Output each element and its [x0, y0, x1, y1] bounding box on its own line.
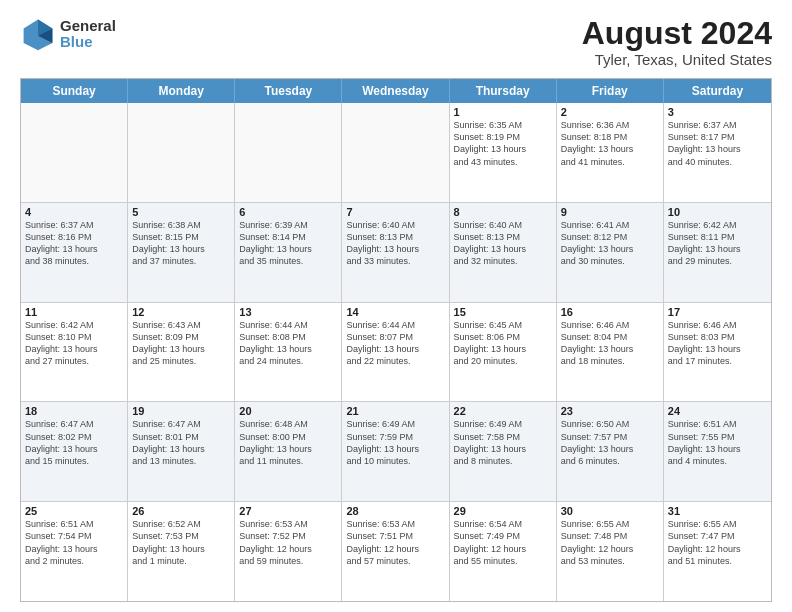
day-info: Sunrise: 6:37 AM Sunset: 8:16 PM Dayligh…	[25, 219, 123, 268]
day-number: 21	[346, 405, 444, 417]
day-info: Sunrise: 6:41 AM Sunset: 8:12 PM Dayligh…	[561, 219, 659, 268]
day-number: 14	[346, 306, 444, 318]
cal-cell	[235, 103, 342, 202]
day-info: Sunrise: 6:44 AM Sunset: 8:07 PM Dayligh…	[346, 319, 444, 368]
title-block: August 2024 Tyler, Texas, United States	[582, 16, 772, 68]
cal-cell: 18Sunrise: 6:47 AM Sunset: 8:02 PM Dayli…	[21, 402, 128, 501]
day-info: Sunrise: 6:39 AM Sunset: 8:14 PM Dayligh…	[239, 219, 337, 268]
day-number: 10	[668, 206, 767, 218]
day-info: Sunrise: 6:49 AM Sunset: 7:59 PM Dayligh…	[346, 418, 444, 467]
cal-cell: 29Sunrise: 6:54 AM Sunset: 7:49 PM Dayli…	[450, 502, 557, 601]
day-number: 23	[561, 405, 659, 417]
day-info: Sunrise: 6:42 AM Sunset: 8:10 PM Dayligh…	[25, 319, 123, 368]
cal-cell: 4Sunrise: 6:37 AM Sunset: 8:16 PM Daylig…	[21, 203, 128, 302]
day-info: Sunrise: 6:55 AM Sunset: 7:48 PM Dayligh…	[561, 518, 659, 567]
day-number: 17	[668, 306, 767, 318]
cal-cell: 24Sunrise: 6:51 AM Sunset: 7:55 PM Dayli…	[664, 402, 771, 501]
cal-cell: 30Sunrise: 6:55 AM Sunset: 7:48 PM Dayli…	[557, 502, 664, 601]
cal-cell: 8Sunrise: 6:40 AM Sunset: 8:13 PM Daylig…	[450, 203, 557, 302]
day-info: Sunrise: 6:52 AM Sunset: 7:53 PM Dayligh…	[132, 518, 230, 567]
day-number: 19	[132, 405, 230, 417]
cal-cell: 19Sunrise: 6:47 AM Sunset: 8:01 PM Dayli…	[128, 402, 235, 501]
logo-icon	[20, 16, 56, 52]
page-subtitle: Tyler, Texas, United States	[582, 51, 772, 68]
cal-cell: 25Sunrise: 6:51 AM Sunset: 7:54 PM Dayli…	[21, 502, 128, 601]
day-number: 26	[132, 505, 230, 517]
cal-cell: 16Sunrise: 6:46 AM Sunset: 8:04 PM Dayli…	[557, 303, 664, 402]
day-info: Sunrise: 6:40 AM Sunset: 8:13 PM Dayligh…	[346, 219, 444, 268]
day-info: Sunrise: 6:51 AM Sunset: 7:55 PM Dayligh…	[668, 418, 767, 467]
day-number: 24	[668, 405, 767, 417]
day-info: Sunrise: 6:50 AM Sunset: 7:57 PM Dayligh…	[561, 418, 659, 467]
cal-header-cell-thursday: Thursday	[450, 79, 557, 103]
day-number: 20	[239, 405, 337, 417]
day-number: 15	[454, 306, 552, 318]
day-info: Sunrise: 6:35 AM Sunset: 8:19 PM Dayligh…	[454, 119, 552, 168]
logo-line2: Blue	[60, 34, 116, 51]
day-number: 25	[25, 505, 123, 517]
day-number: 6	[239, 206, 337, 218]
cal-cell	[342, 103, 449, 202]
cal-header-cell-monday: Monday	[128, 79, 235, 103]
cal-header-cell-friday: Friday	[557, 79, 664, 103]
day-info: Sunrise: 6:47 AM Sunset: 8:01 PM Dayligh…	[132, 418, 230, 467]
day-number: 8	[454, 206, 552, 218]
logo-text: General Blue	[60, 18, 116, 51]
cal-cell: 23Sunrise: 6:50 AM Sunset: 7:57 PM Dayli…	[557, 402, 664, 501]
day-info: Sunrise: 6:44 AM Sunset: 8:08 PM Dayligh…	[239, 319, 337, 368]
day-number: 22	[454, 405, 552, 417]
day-info: Sunrise: 6:38 AM Sunset: 8:15 PM Dayligh…	[132, 219, 230, 268]
day-info: Sunrise: 6:42 AM Sunset: 8:11 PM Dayligh…	[668, 219, 767, 268]
cal-cell: 26Sunrise: 6:52 AM Sunset: 7:53 PM Dayli…	[128, 502, 235, 601]
day-number: 11	[25, 306, 123, 318]
day-number: 5	[132, 206, 230, 218]
day-info: Sunrise: 6:37 AM Sunset: 8:17 PM Dayligh…	[668, 119, 767, 168]
day-info: Sunrise: 6:48 AM Sunset: 8:00 PM Dayligh…	[239, 418, 337, 467]
cal-cell: 20Sunrise: 6:48 AM Sunset: 8:00 PM Dayli…	[235, 402, 342, 501]
day-info: Sunrise: 6:49 AM Sunset: 7:58 PM Dayligh…	[454, 418, 552, 467]
cal-row-5: 25Sunrise: 6:51 AM Sunset: 7:54 PM Dayli…	[21, 501, 771, 601]
day-number: 30	[561, 505, 659, 517]
cal-cell: 12Sunrise: 6:43 AM Sunset: 8:09 PM Dayli…	[128, 303, 235, 402]
day-info: Sunrise: 6:54 AM Sunset: 7:49 PM Dayligh…	[454, 518, 552, 567]
day-number: 12	[132, 306, 230, 318]
cal-cell: 17Sunrise: 6:46 AM Sunset: 8:03 PM Dayli…	[664, 303, 771, 402]
calendar: SundayMondayTuesdayWednesdayThursdayFrid…	[20, 78, 772, 602]
cal-row-3: 11Sunrise: 6:42 AM Sunset: 8:10 PM Dayli…	[21, 302, 771, 402]
cal-cell: 28Sunrise: 6:53 AM Sunset: 7:51 PM Dayli…	[342, 502, 449, 601]
day-info: Sunrise: 6:55 AM Sunset: 7:47 PM Dayligh…	[668, 518, 767, 567]
day-number: 13	[239, 306, 337, 318]
day-number: 16	[561, 306, 659, 318]
day-number: 3	[668, 106, 767, 118]
page: General Blue August 2024 Tyler, Texas, U…	[0, 0, 792, 612]
day-info: Sunrise: 6:51 AM Sunset: 7:54 PM Dayligh…	[25, 518, 123, 567]
cal-header-cell-wednesday: Wednesday	[342, 79, 449, 103]
cal-cell: 6Sunrise: 6:39 AM Sunset: 8:14 PM Daylig…	[235, 203, 342, 302]
calendar-body: 1Sunrise: 6:35 AM Sunset: 8:19 PM Daylig…	[21, 103, 771, 601]
day-number: 31	[668, 505, 767, 517]
cal-cell: 1Sunrise: 6:35 AM Sunset: 8:19 PM Daylig…	[450, 103, 557, 202]
cal-cell	[21, 103, 128, 202]
cal-header-cell-tuesday: Tuesday	[235, 79, 342, 103]
day-number: 28	[346, 505, 444, 517]
cal-cell: 21Sunrise: 6:49 AM Sunset: 7:59 PM Dayli…	[342, 402, 449, 501]
day-info: Sunrise: 6:47 AM Sunset: 8:02 PM Dayligh…	[25, 418, 123, 467]
logo-line1: General	[60, 18, 116, 35]
logo: General Blue	[20, 16, 116, 52]
day-info: Sunrise: 6:45 AM Sunset: 8:06 PM Dayligh…	[454, 319, 552, 368]
day-info: Sunrise: 6:53 AM Sunset: 7:52 PM Dayligh…	[239, 518, 337, 567]
cal-row-2: 4Sunrise: 6:37 AM Sunset: 8:16 PM Daylig…	[21, 202, 771, 302]
day-number: 2	[561, 106, 659, 118]
cal-header-cell-sunday: Sunday	[21, 79, 128, 103]
day-info: Sunrise: 6:46 AM Sunset: 8:03 PM Dayligh…	[668, 319, 767, 368]
cal-cell: 3Sunrise: 6:37 AM Sunset: 8:17 PM Daylig…	[664, 103, 771, 202]
cal-cell: 27Sunrise: 6:53 AM Sunset: 7:52 PM Dayli…	[235, 502, 342, 601]
cal-cell: 31Sunrise: 6:55 AM Sunset: 7:47 PM Dayli…	[664, 502, 771, 601]
day-number: 7	[346, 206, 444, 218]
cal-row-4: 18Sunrise: 6:47 AM Sunset: 8:02 PM Dayli…	[21, 401, 771, 501]
cal-cell: 7Sunrise: 6:40 AM Sunset: 8:13 PM Daylig…	[342, 203, 449, 302]
cal-cell: 10Sunrise: 6:42 AM Sunset: 8:11 PM Dayli…	[664, 203, 771, 302]
day-number: 29	[454, 505, 552, 517]
cal-header-cell-saturday: Saturday	[664, 79, 771, 103]
cal-cell: 9Sunrise: 6:41 AM Sunset: 8:12 PM Daylig…	[557, 203, 664, 302]
